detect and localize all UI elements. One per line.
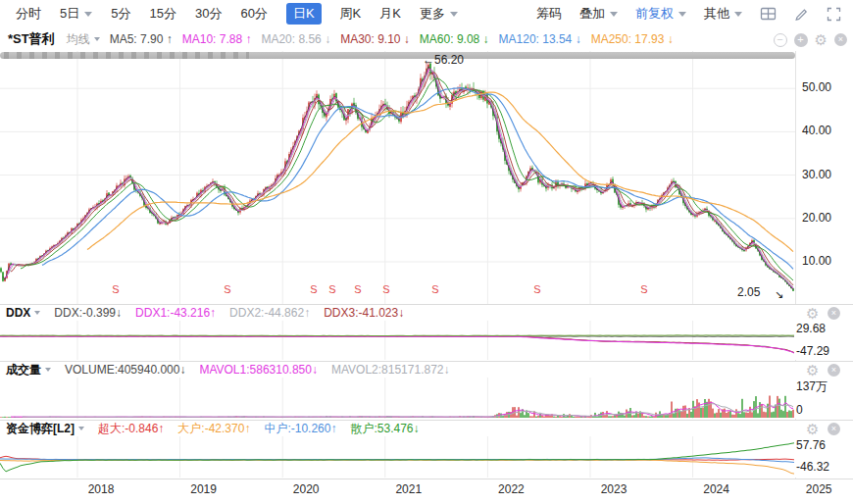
- ddx-panel-title[interactable]: DDX: [6, 306, 40, 320]
- fund-panel-header: 资金博弈[L2] 超大:-0.846↑大户:-42.370↑中户:-10.260…: [0, 420, 853, 436]
- year-label: 2019: [190, 482, 217, 496]
- period-tab-9[interactable]: 更多: [420, 5, 458, 23]
- ma-legend-item: MA5: 7.90 ↑: [110, 32, 173, 46]
- zoom-out-icon[interactable]: −: [774, 33, 787, 47]
- svg-text:S: S: [533, 283, 540, 295]
- year-label: 2024: [703, 482, 729, 496]
- toolbar-action-label: 其他: [704, 5, 729, 23]
- ma-legend-item: MA30: 9.10 ↓: [340, 32, 410, 46]
- fund-panel-title[interactable]: 资金博弈[L2]: [6, 421, 84, 437]
- ma-legend-item: MA250: 17.93 ↓: [591, 32, 674, 46]
- indicator-value: VOLUME:405940.000↓: [65, 363, 185, 377]
- toolbar-right: 筹码叠加前复权其他: [536, 5, 853, 23]
- ma-values: MA5: 7.90 ↑MA10: 7.88 ↑MA20: 8.56 ↓MA30:…: [100, 32, 674, 46]
- ma-legend-bar: *ST普利 均线 MA5: 7.90 ↑MA10: 7.88 ↑MA20: 8.…: [0, 27, 853, 51]
- period-tab-label: 月K: [379, 5, 401, 23]
- scrollbar-data-preview: [4, 52, 249, 59]
- chevron-down-icon: [678, 12, 686, 17]
- toolbar-action-label: 筹码: [536, 5, 562, 23]
- fund-chart[interactable]: [0, 436, 796, 478]
- svg-text:S: S: [310, 283, 317, 295]
- last-price-label: 2.05: [737, 285, 760, 299]
- period-tab-label: 5日: [60, 5, 79, 23]
- year-label: 2018: [88, 482, 115, 496]
- ma-selector-label: 均线: [67, 31, 90, 48]
- period-tab-4[interactable]: 30分: [195, 5, 222, 23]
- ma-legend-item: MA10: 7.88 ↑: [182, 32, 252, 46]
- draw-tool-icon[interactable]: [794, 7, 809, 22]
- stock-chart-app: 分时5日5分15分30分60分日K周K月K更多 筹码叠加前复权其他 *ST普利 …: [0, 0, 853, 504]
- volume-panel-header: 成交量 VOLUME:405940.000↓MAVOL1:586310.850↓…: [0, 361, 853, 378]
- indicator-value: DDX2:-44.862↑: [229, 306, 310, 320]
- main-settings-icon[interactable]: ⚙: [815, 32, 828, 47]
- svg-text:S: S: [640, 283, 647, 295]
- indicator-value: DDX3:-41.023↓: [324, 306, 404, 320]
- grid-layout-icon[interactable]: [760, 6, 777, 22]
- year-label: 2020: [293, 482, 320, 496]
- svg-text:S: S: [112, 283, 119, 295]
- chevron-down-icon: [450, 12, 458, 17]
- toolbar-action-2[interactable]: 前复权: [635, 5, 686, 23]
- high-annotation-label: 56.20: [434, 53, 464, 67]
- time-axis: 20182019202020212022202320242025: [0, 479, 853, 504]
- indicator-value: DDX:-0.399↓: [54, 306, 122, 320]
- period-tab-5[interactable]: 60分: [240, 5, 267, 23]
- ddx-close-icon[interactable]: ×: [828, 307, 840, 320]
- price-tick-label: 50.00: [802, 80, 831, 94]
- toolbar: 分时5日5分15分30分60分日K周K月K更多 筹码叠加前复权其他: [0, 0, 853, 28]
- fullscreen-icon[interactable]: [827, 7, 841, 22]
- year-label: 2023: [601, 482, 627, 496]
- svg-text:S: S: [431, 283, 438, 295]
- toolbar-action-label: 前复权: [635, 5, 674, 23]
- arrow-left-icon: ←: [423, 53, 434, 67]
- ddx-scale-bottom: -47.29: [796, 344, 829, 358]
- indicator-value: MAVOL1:586310.850↓: [199, 363, 318, 377]
- zoom-in-icon[interactable]: +: [794, 33, 808, 47]
- period-tab-6[interactable]: 日K: [286, 3, 322, 25]
- indicator-value: DDX1:-43.216↑: [135, 306, 216, 320]
- volume-chart[interactable]: [0, 378, 796, 419]
- period-tab-2[interactable]: 5分: [111, 5, 130, 23]
- price-tick-label: 10.00: [802, 254, 831, 268]
- toolbar-action-1[interactable]: 叠加: [579, 5, 618, 23]
- price-tick-label: 40.00: [802, 124, 831, 137]
- chevron-down-icon: [734, 12, 742, 17]
- period-tab-1[interactable]: 5日: [60, 5, 92, 23]
- period-tab-7[interactable]: 周K: [340, 5, 362, 23]
- price-tick-label: 20.00: [802, 211, 831, 225]
- toolbar-action-label: 叠加: [579, 5, 605, 23]
- period-tab-label: 30分: [195, 5, 222, 23]
- svg-text:S: S: [382, 283, 389, 295]
- indicator-value: 中户:-10.260↑: [264, 422, 336, 435]
- volume-settings-icon[interactable]: ⚙: [806, 363, 819, 378]
- fund-close-icon[interactable]: ×: [828, 423, 840, 435]
- ddx-chart[interactable]: [0, 321, 796, 360]
- period-tabs: 分时5日5分15分30分60分日K周K月K更多: [0, 3, 458, 25]
- period-tab-0[interactable]: 分时: [16, 5, 41, 23]
- period-tab-3[interactable]: 15分: [149, 5, 176, 23]
- period-tab-label: 更多: [420, 5, 445, 23]
- main-candlestick-chart[interactable]: SSSSSSSSS: [0, 51, 796, 304]
- toolbar-action-0[interactable]: 筹码: [536, 5, 562, 23]
- period-tab-label: 60分: [240, 5, 267, 23]
- main-close-icon[interactable]: ×: [834, 33, 847, 46]
- toolbar-action-3[interactable]: 其他: [704, 5, 742, 23]
- volume-scale-top: 137万: [796, 378, 828, 395]
- period-tab-label: 分时: [16, 5, 41, 23]
- volume-panel-title[interactable]: 成交量: [6, 362, 51, 378]
- fund-scale-bottom: -46.32: [796, 460, 829, 474]
- ddx-settings-icon[interactable]: ⚙: [806, 306, 819, 321]
- volume-close-icon[interactable]: ×: [828, 364, 840, 377]
- chevron-down-icon: [84, 12, 92, 17]
- period-tab-8[interactable]: 月K: [379, 5, 401, 23]
- volume-values: VOLUME:405940.000↓MAVOL1:586310.850↓MAVO…: [51, 363, 449, 377]
- period-tab-label: 日K: [286, 3, 322, 25]
- fund-settings-icon[interactable]: ⚙: [806, 422, 819, 436]
- chevron-down-icon: [610, 12, 618, 17]
- ma-selector[interactable]: 均线: [67, 31, 100, 48]
- chart-scrollbar[interactable]: [0, 52, 795, 59]
- indicator-value: 大户:-42.370↑: [177, 422, 250, 435]
- indicator-value: MAVOL2:815171.872↓: [331, 363, 450, 377]
- volume-scale-bottom: 0: [796, 403, 803, 417]
- period-tab-label: 周K: [340, 5, 362, 23]
